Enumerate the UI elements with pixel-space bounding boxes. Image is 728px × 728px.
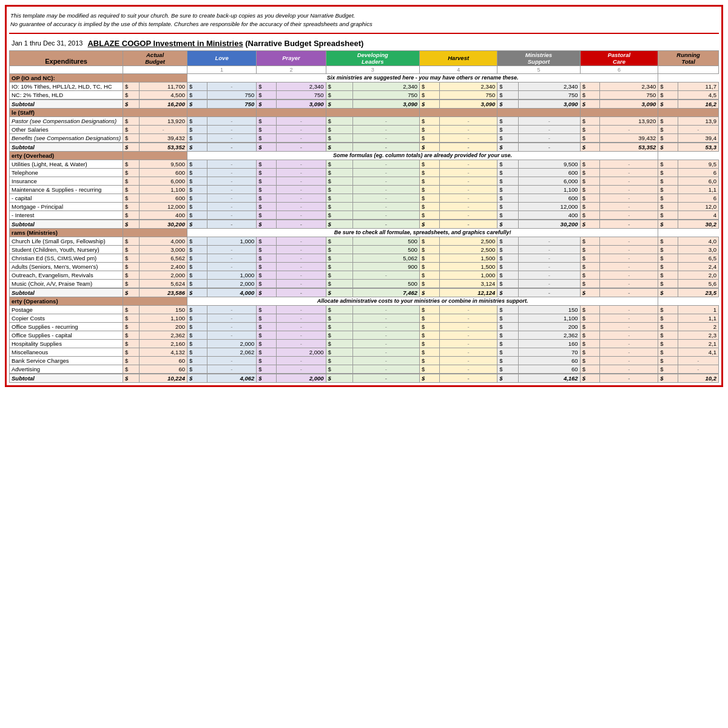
row-label: - capital: [10, 194, 123, 202]
data-row-operations-7: Advertising$60$-$-$-$-$60$-$-: [10, 365, 719, 374]
col-header-prayer: Prayer: [257, 50, 326, 66]
section-label-staff: le (Staff): [10, 108, 123, 116]
row-label: IO: 10% Tithes, HPL1/L2, HLD, TC, HC: [10, 82, 123, 90]
row-label: Subtotal: [10, 288, 123, 297]
row-label: Bank Service Charges: [10, 356, 123, 365]
subtotal-row-programs: Subtotal$23,586$4,000$-$7,462$12,124$-$-…: [10, 288, 719, 297]
budget-table: Expenditures ActualBudget Love Prayer De…: [9, 50, 719, 383]
title-rest: (Narrative Budget Spreadsheet): [243, 39, 364, 48]
subtotal-row-staff: Subtotal$53,352$-$-$-$-$-$53,352$53,3: [10, 143, 719, 152]
row-label: Subtotal: [10, 374, 123, 383]
notice-property: Some formulas (eg. column totals) are al…: [187, 151, 658, 160]
data-row-property-3: Maintenance & Supplies - recurring$1,100…: [10, 185, 719, 194]
data-row-programs-3: Adults (Seniors, Men's, Women's)$2,400$-…: [10, 262, 719, 271]
data-row-property-4: - capital$600$-$-$-$-$600$-$6: [10, 194, 719, 202]
disclaimer-line1: This template may be modified as require…: [10, 12, 718, 20]
data-row-property-5: Mortgage - Principal$12,000$-$-$-$-$12,0…: [10, 202, 719, 211]
data-row-programs-5: Music (Choir, A/V, Praise Team)$5,624$2,…: [10, 279, 719, 288]
row-label: Utilities (Light, Heat, & Water): [10, 160, 123, 168]
row-label: Subtotal: [10, 143, 123, 152]
row-label: Postage: [10, 305, 123, 314]
data-row-operations-2: Office Supplies - recurring$200$-$-$-$-$…: [10, 322, 719, 331]
row-label: Mortgage - Principal: [10, 202, 123, 211]
actual-num-blank: [123, 66, 187, 73]
prayer-num: 2: [257, 66, 326, 73]
row-label: Outreach, Evangelism, Revivals: [10, 271, 123, 279]
row-label: Insurance: [10, 177, 123, 185]
row-label: Copier Costs: [10, 314, 123, 322]
ministries-num: 5: [497, 66, 580, 73]
row-label: Music (Choir, A/V, Praise Team): [10, 279, 123, 288]
section-header-operations: erty (Operations)Allocate administrative…: [10, 297, 719, 305]
row-label: Student (Children, Youth, Nursery): [10, 245, 123, 254]
data-row-staff-0: Pastor (see Compensation Designations)$1…: [10, 116, 719, 125]
data-row-programs-0: Church Life (Small Grps, Fellowship)$4,0…: [10, 237, 719, 245]
disclaimer: This template may be modified as require…: [9, 9, 719, 34]
column-headers-row: Expenditures ActualBudget Love Prayer De…: [10, 50, 719, 66]
row-label: Other Salaries: [10, 125, 123, 133]
notice-programs: Be sure to check all formulae, spreadshe…: [187, 228, 658, 237]
data-row-property-2: Insurance$6,000$-$-$-$-$6,000$-$6,0: [10, 177, 719, 185]
data-row-operations-4: Hospitality Supplies$2,160$2,000$-$-$-$1…: [10, 339, 719, 348]
date-range: Jan 1 thru Dec 31, 2013: [12, 39, 83, 47]
section-header-property: erty (Overhead)Some formulas (eg. column…: [10, 151, 719, 160]
row-label: Adults (Seniors, Men's, Women's): [10, 262, 123, 271]
column-numbers-row: 1 2 3 4 5 6: [10, 66, 719, 73]
data-row-operations-5: Miscellaneous$4,132$2,062$2,000$-$-$70$-…: [10, 348, 719, 356]
col-header-expenditures: Expenditures: [10, 50, 123, 66]
col-header-harvest: Harvest: [420, 50, 497, 66]
pastoral-num: 6: [580, 66, 658, 73]
col-header-love: Love: [187, 50, 256, 66]
data-row-operations-0: Postage$150$-$-$-$-$150$-$1: [10, 305, 719, 314]
data-row-op-1: NC: 2% Tithes, HLD$4,500$750$750$750$750…: [10, 90, 719, 99]
row-label: Hospitality Supplies: [10, 339, 123, 348]
love-num: 1: [187, 66, 256, 73]
data-row-operations-6: Bank Service Charges$60$-$-$-$-$60$-$-: [10, 356, 719, 365]
row-label: Subtotal: [10, 220, 123, 229]
row-label: Office Supplies - capital: [10, 331, 123, 339]
section-label-operations: erty (Operations): [10, 297, 123, 305]
subtotal-row-operations: Subtotal$10,224$4,062$2,000$-$-$4,162$-$…: [10, 374, 719, 383]
section-header-programs: rams (Ministries)Be sure to check all fo…: [10, 228, 719, 237]
data-row-property-1: Telephone$600$-$-$-$-$600$-$6: [10, 168, 719, 177]
row-label: Miscellaneous: [10, 348, 123, 356]
notice-operations: Allocate administrative costs to your mi…: [187, 297, 658, 305]
data-row-programs-2: Christian Ed (SS, CIMS,Wed pm)$6,562$-$-…: [10, 254, 719, 262]
row-label: Benefits (see Compensation Designations): [10, 133, 123, 143]
data-row-property-0: Utilities (Light, Heat, & Water)$9,500$-…: [10, 160, 719, 168]
data-row-programs-4: Outreach, Evangelism, Revivals$2,000$1,0…: [10, 271, 719, 279]
data-row-operations-1: Copier Costs$1,100$-$-$-$-$1,100$-$1,1: [10, 314, 719, 322]
data-row-property-6: - Interest$400$-$-$-$-$400$-$4: [10, 211, 719, 220]
row-label: Maintenance & Supplies - recurring: [10, 185, 123, 194]
section-header-op: OP (IO and NC):Six ministries are sugges…: [10, 73, 719, 82]
col-header-developing: DevelopingLeaders: [326, 50, 419, 66]
harvest-num: 4: [420, 66, 497, 73]
developing-num: 3: [326, 66, 419, 73]
section-label-op: OP (IO and NC):: [10, 73, 123, 82]
main-container: This template may be modified as require…: [5, 5, 723, 387]
spreadsheet-header: Jan 1 thru Dec 31, 2013 ABLAZE COGOP Inv…: [9, 34, 719, 50]
section-label-programs: rams (Ministries): [10, 228, 123, 237]
col-header-actual: ActualBudget: [123, 50, 187, 66]
row-label: Christian Ed (SS, CIMS,Wed pm): [10, 254, 123, 262]
row-label: Pastor (see Compensation Designations): [10, 116, 123, 125]
subtotal-row-property: Subtotal$30,200$-$-$-$-$30,200$-$30,2: [10, 220, 719, 229]
data-row-operations-3: Office Supplies - capital$2,362$-$-$-$-$…: [10, 331, 719, 339]
row-label: Telephone: [10, 168, 123, 177]
row-label: Subtotal: [10, 99, 123, 109]
subtotal-row-op: Subtotal$16,200$750$3,090$3,090$3,090$3,…: [10, 99, 719, 109]
col-header-running: RunningTotal: [658, 50, 719, 66]
row-label: Advertising: [10, 365, 123, 374]
running-num-blank: [658, 66, 719, 73]
expenditures-num-blank: [10, 66, 123, 73]
col-header-pastoral: PastoralCare: [580, 50, 658, 66]
row-label: - Interest: [10, 211, 123, 220]
data-row-op-0: IO: 10% Tithes, HPL1/L2, HLD, TC, HC$11,…: [10, 82, 719, 90]
title-underline: ABLAZE COGOP Investment in Ministries: [87, 39, 243, 48]
spreadsheet-title: ABLAZE COGOP Investment in Ministries (N…: [87, 39, 363, 48]
section-label-property: erty (Overhead): [10, 151, 123, 160]
row-label: Office Supplies - recurring: [10, 322, 123, 331]
data-row-staff-1: Other Salaries$-$-$-$-$-$-$-$-: [10, 125, 719, 133]
data-row-programs-1: Student (Children, Youth, Nursery)$3,000…: [10, 245, 719, 254]
notice-op: Six ministries are suggested here - you …: [187, 73, 658, 82]
